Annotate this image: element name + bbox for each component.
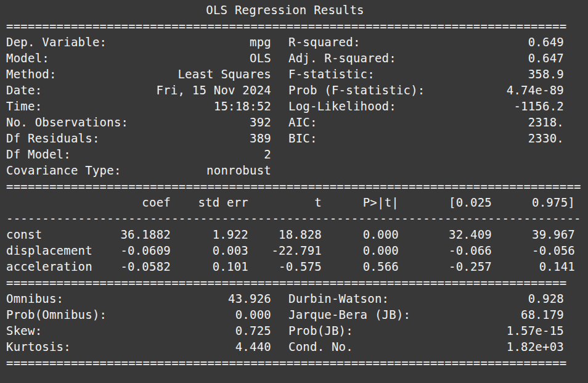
summary-label: No. Observations:	[6, 114, 128, 130]
coef-row-displacement: displacement -0.0609 0.003 -22.791 0.000…	[6, 242, 575, 258]
diagnostic-label: Jarque-Bera (JB):	[288, 307, 410, 323]
coef-header-ci-high: 0.975]	[492, 194, 575, 210]
diagnostic-label: Prob(Omnibus):	[6, 307, 107, 323]
std-err-value: 0.101	[171, 258, 248, 274]
separator-top: ========================================…	[6, 18, 566, 34]
diagnostic-label: Kurtosis:	[6, 339, 71, 355]
summary-row: Covariance Type:nonrobust	[6, 162, 588, 178]
p-value: 0.566	[322, 258, 399, 274]
summary-row: Method:Least Squares F-statistic:358.9	[6, 66, 588, 82]
summary-label: Model:	[6, 50, 49, 66]
coef-header-coef: coef	[96, 194, 171, 210]
summary-row: Date:Fri, 15 Nov 2024 Prob (F-statistic)…	[6, 82, 588, 98]
separator-bottom: ========================================…	[6, 355, 566, 371]
summary-row: Df Model:2	[6, 146, 588, 162]
t-value: 18.828	[248, 226, 322, 242]
summary-value: 4.74e-89	[507, 82, 564, 98]
coef-header-p: P>|t|	[322, 194, 399, 210]
diagnostic-value: 68.179	[521, 307, 564, 323]
std-err-value: 0.003	[171, 242, 248, 258]
ci-low-value: -0.257	[399, 258, 492, 274]
diagnostic-value: 43.926	[228, 290, 271, 307]
diagnostic-label: Cond. No.	[288, 339, 353, 355]
coef-header-ci-low: [0.025	[399, 194, 492, 210]
t-value: -0.575	[248, 258, 322, 274]
summary-value: 15:18:52	[214, 98, 271, 114]
diagnostics-row: Kurtosis:4.440 Cond. No.1.82e+03	[6, 339, 588, 355]
summary-label: Method:	[6, 66, 57, 82]
summary-value: Least Squares	[178, 66, 271, 82]
diagnostic-value: 0.725	[235, 323, 271, 339]
summary-label: AIC:	[288, 114, 317, 130]
diagnostic-value: 0.000	[235, 307, 271, 323]
coef-header-std-err: std err	[171, 194, 248, 210]
summary-label: Df Residuals:	[6, 130, 100, 146]
summary-value: 2318.	[528, 114, 564, 130]
summary-label: R-squared:	[288, 34, 361, 50]
summary-value: 358.9	[528, 66, 564, 82]
ci-low-value: 32.409	[399, 226, 492, 242]
report-title: OLS Regression Results	[6, 2, 564, 18]
coef-value: -0.0582	[96, 258, 171, 274]
diagnostic-label: Omnibus:	[6, 290, 63, 307]
ci-high-value: -0.056	[492, 242, 575, 258]
diagnostic-value: 1.57e-15	[507, 323, 564, 339]
coef-row-const: const 36.1882 1.922 18.828 0.000 32.409 …	[6, 226, 575, 242]
coef-name: displacement	[6, 242, 96, 258]
summary-value: -1156.2	[513, 98, 564, 114]
summary-label: F-statistic:	[288, 66, 375, 82]
summary-row: Df Residuals:389 BIC:2330.	[6, 130, 588, 146]
diagnostics-row: Skew:0.725 Prob(JB):1.57e-15	[6, 323, 588, 339]
terminal-output: OLS Regression Results =================…	[0, 0, 588, 383]
coef-name: acceleration	[6, 258, 96, 274]
std-err-value: 1.922	[171, 226, 248, 242]
separator-coef-dash: ----------------------------------------…	[6, 210, 581, 226]
p-value: 0.000	[322, 242, 399, 258]
coef-header-row: coef std err t P>|t| [0.025 0.975]	[6, 194, 575, 210]
coef-row-acceleration: acceleration -0.0582 0.101 -0.575 0.566 …	[6, 258, 575, 274]
diagnostics-row: Prob(Omnibus):0.000 Jarque-Bera (JB):68.…	[6, 307, 588, 323]
summary-value: 2330.	[528, 130, 564, 146]
summary-row: Model:OLS Adj. R-squared:0.647	[6, 50, 588, 66]
summary-value: 389	[250, 130, 271, 146]
summary-value: 0.649	[528, 34, 564, 50]
summary-value: 2	[264, 146, 271, 162]
summary-value: 0.647	[528, 50, 564, 66]
coef-name: const	[6, 226, 96, 242]
summary-value: OLS	[250, 50, 271, 66]
t-value: -22.791	[248, 242, 322, 258]
coef-value: 36.1882	[96, 226, 171, 242]
separator-diagnostics-top: ========================================…	[6, 274, 566, 290]
summary-label: Covariance Type:	[6, 162, 121, 178]
summary-row: No. Observations:392 AIC:2318.	[6, 114, 588, 130]
diagnostics-row: Omnibus:43.926 Durbin-Watson:0.928	[6, 290, 588, 307]
separator-coef-top: ========================================…	[6, 178, 581, 194]
summary-row: Dep. Variable:mpg R-squared:0.649	[6, 34, 588, 50]
diagnostic-value: 1.82e+03	[507, 339, 564, 355]
ci-high-value: 39.967	[492, 226, 575, 242]
ci-high-value: 0.141	[492, 258, 575, 274]
ci-low-value: -0.066	[399, 242, 492, 258]
summary-label: Date:	[6, 82, 42, 98]
summary-label: Time:	[6, 98, 42, 114]
summary-row: Time:15:18:52 Log-Likelihood:-1156.2	[6, 98, 588, 114]
coef-value: -0.0609	[96, 242, 171, 258]
coef-header-t: t	[248, 194, 322, 210]
summary-label: BIC:	[288, 130, 317, 146]
diagnostic-value: 0.928	[528, 290, 564, 307]
summary-value: Fri, 15 Nov 2024	[156, 82, 271, 98]
p-value: 0.000	[322, 226, 399, 242]
summary-value: nonrobust	[206, 162, 271, 178]
summary-value: mpg	[250, 34, 271, 50]
coef-header-name	[6, 194, 96, 210]
summary-label: Log-Likelihood:	[288, 98, 396, 114]
diagnostic-value: 4.440	[235, 339, 271, 355]
summary-label: Dep. Variable:	[6, 34, 107, 50]
diagnostic-label: Skew:	[6, 323, 42, 339]
summary-value: 392	[250, 114, 271, 130]
diagnostic-label: Prob(JB):	[288, 323, 353, 339]
diagnostic-label: Durbin-Watson:	[288, 290, 389, 307]
summary-label: Adj. R-squared:	[288, 50, 396, 66]
summary-label: Prob (F-statistic):	[288, 82, 425, 98]
summary-label: Df Model:	[6, 146, 71, 162]
